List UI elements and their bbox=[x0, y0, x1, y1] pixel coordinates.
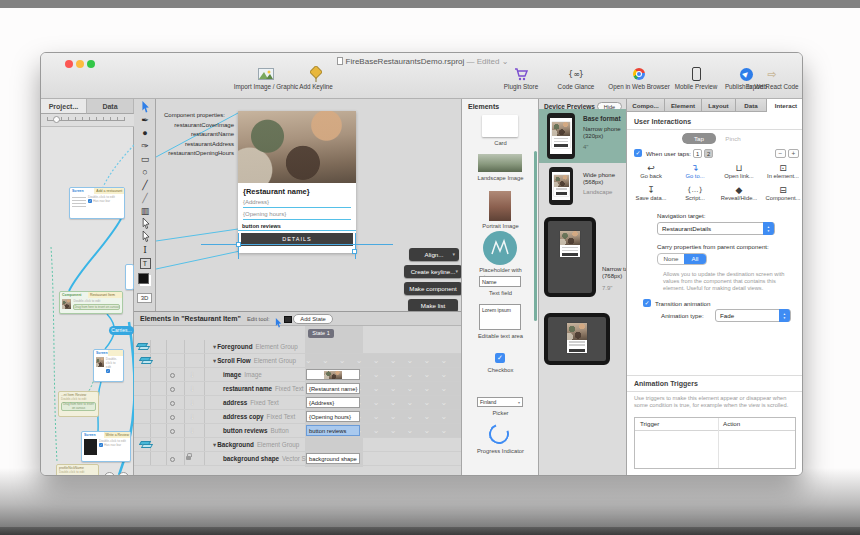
library-card[interactable] bbox=[482, 115, 518, 137]
device-wide-phone[interactable]: Wide phone (568px) Landscape bbox=[539, 165, 626, 207]
eye-icon[interactable] bbox=[170, 387, 175, 392]
make-list-button[interactable]: Make list bbox=[408, 299, 458, 311]
eye-icon[interactable] bbox=[170, 415, 175, 420]
tap-segment[interactable]: Tap bbox=[682, 133, 716, 144]
map-screen-partial[interactable] bbox=[125, 264, 134, 290]
library-text-field[interactable]: Name bbox=[479, 276, 521, 287]
blob-brush-tool[interactable]: ● bbox=[134, 127, 156, 139]
rectangle-tool[interactable]: ▭ bbox=[134, 153, 156, 165]
triggers-table[interactable]: Trigger Action bbox=[634, 417, 796, 469]
edit-cursor-icon[interactable] bbox=[274, 314, 282, 332]
nib-tool[interactable]: ✑ bbox=[134, 140, 156, 152]
card-reviews-button[interactable]: button reviews bbox=[238, 222, 356, 231]
eye-icon[interactable] bbox=[170, 401, 175, 406]
tab-data[interactable]: Data bbox=[87, 99, 134, 114]
tab-component[interactable]: Compo... bbox=[627, 99, 665, 112]
pinch-segment[interactable]: Pinch bbox=[716, 133, 750, 144]
library-scrollbar[interactable] bbox=[534, 151, 537, 321]
animation-type-select[interactable]: Fade ▴▾ bbox=[715, 309, 791, 322]
state-cell[interactable]: {Opening hours} bbox=[306, 411, 360, 422]
map-component-restaurant-item[interactable]: ComponentRestaurant Item Double-click to… bbox=[59, 291, 123, 314]
line-tool[interactable]: ╱ bbox=[134, 192, 156, 204]
device-narrow-phone[interactable]: Base format Narrow phone (320px) 4" bbox=[539, 109, 626, 163]
remove-interaction-button[interactable]: − bbox=[775, 149, 786, 158]
row-address[interactable]: ↓ addressFixed Text {Address} bbox=[134, 396, 461, 410]
action-reveal-hide[interactable]: ◆Reveal/Hide... bbox=[717, 185, 761, 201]
row-scroll-flow[interactable]: ▾Scroll FlowElement Group bbox=[134, 354, 461, 368]
align-button[interactable]: Align...▾ bbox=[409, 248, 459, 261]
library-checkbox[interactable]: ✓ bbox=[495, 353, 505, 363]
tap-count-1[interactable]: 1 bbox=[693, 149, 702, 158]
thick-line-tool[interactable]: ╱ bbox=[134, 179, 156, 191]
tab-interact[interactable]: Interact bbox=[767, 99, 803, 112]
row-background[interactable]: ▾BackgroundElement Group bbox=[134, 438, 461, 452]
library-portrait-image[interactable] bbox=[489, 191, 511, 221]
direct-select-tool[interactable] bbox=[134, 218, 156, 232]
add-interaction-button[interactable]: + bbox=[788, 149, 799, 158]
row-button-reviews[interactable]: ↓ button reviewsButton button reviews bbox=[134, 424, 461, 438]
state-cell-image[interactable] bbox=[306, 369, 360, 380]
eye-icon[interactable] bbox=[170, 429, 175, 434]
tab-layout[interactable]: Layout bbox=[702, 99, 736, 112]
map-zoom-slider[interactable] bbox=[41, 114, 134, 127]
transition-animation-checkbox[interactable]: ✓ bbox=[643, 299, 651, 307]
state-badge[interactable]: State 1 bbox=[308, 329, 334, 338]
state-cell[interactable]: {Restaurant name} bbox=[306, 383, 360, 394]
library-placeholder[interactable] bbox=[483, 231, 517, 265]
lock-icon[interactable] bbox=[186, 456, 191, 460]
slider-knob[interactable] bbox=[53, 116, 60, 123]
selection-handle[interactable] bbox=[236, 242, 241, 247]
device-tablet-landscape[interactable] bbox=[539, 309, 626, 379]
tab-project[interactable]: Project... bbox=[41, 99, 87, 114]
library-textarea[interactable]: Lorem ipsum bbox=[479, 304, 521, 330]
text-tool[interactable]: T bbox=[134, 257, 156, 269]
move-down-icon[interactable]: ↓ bbox=[190, 370, 194, 379]
tap-count-2[interactable]: 2 bbox=[704, 149, 713, 158]
gesture-segmented[interactable]: Tap Pinch bbox=[682, 133, 750, 144]
map-next-button[interactable]: › bbox=[118, 472, 129, 476]
map-screen-write-review[interactable]: ScreenWrite a Review Double-click to edi… bbox=[81, 431, 131, 462]
toolbar-add-keyline[interactable]: Add Keyline bbox=[289, 66, 343, 90]
3d-tool[interactable]: 3D bbox=[137, 293, 152, 303]
gradient-tool[interactable]: ▥ bbox=[134, 205, 156, 217]
library-landscape-image[interactable] bbox=[478, 154, 522, 172]
group-select-tool[interactable] bbox=[134, 231, 156, 245]
state-cell[interactable]: background shape bbox=[306, 453, 360, 464]
move-down-icon[interactable]: ↓ bbox=[190, 412, 194, 421]
row-foreground[interactable]: ▾ForegroundElement Group bbox=[134, 340, 461, 354]
pen-tool[interactable]: ✒ bbox=[134, 114, 156, 126]
action-go-to[interactable]: ↴Go to... bbox=[673, 163, 717, 179]
state-cell[interactable]: {Address} bbox=[306, 397, 360, 408]
when-user-taps-checkbox[interactable]: ✓ bbox=[634, 149, 642, 157]
restaurant-card[interactable]: {Restaurant name} {Address} {Opening hou… bbox=[238, 111, 356, 253]
action-component[interactable]: ⊟Component... bbox=[761, 185, 803, 201]
carry-properties-segmented[interactable]: None All bbox=[657, 253, 707, 265]
map-note-item-review[interactable]: ...nt Item Review Double-click to edit D… bbox=[58, 391, 99, 417]
eye-icon[interactable] bbox=[170, 457, 175, 462]
create-keyline-button[interactable]: Create keyline...▾ bbox=[404, 265, 461, 278]
action-save-data[interactable]: ↧Save data... bbox=[629, 185, 673, 201]
map-note-profile-nickname[interactable]: profileNickName Double-click to edit bbox=[56, 464, 99, 476]
marquee-tool-icon[interactable] bbox=[284, 316, 292, 323]
state-cell-selected[interactable]: button reviews bbox=[306, 425, 360, 436]
color-swatch[interactable] bbox=[138, 273, 149, 284]
text-cursor-tool[interactable]: I bbox=[134, 244, 156, 256]
move-down-icon[interactable]: ↓ bbox=[190, 426, 194, 435]
move-down-icon[interactable]: ↓ bbox=[190, 384, 194, 393]
toolbar-export-react[interactable]: ⇨ Export React Code bbox=[741, 66, 803, 90]
selection-handle[interactable] bbox=[352, 249, 357, 254]
library-progress-indicator[interactable] bbox=[486, 421, 513, 448]
move-down-icon[interactable]: ↓ bbox=[190, 398, 194, 407]
row-restaurant-name[interactable]: ↓ restaurant nameFixed Text {Restaurant … bbox=[134, 382, 461, 396]
row-address-copy[interactable]: ↓ address copyFixed Text {Opening hours} bbox=[134, 410, 461, 424]
ellipse-tool[interactable]: ○ bbox=[134, 166, 156, 178]
carry-none-segment[interactable]: None bbox=[658, 254, 684, 264]
action-open-link[interactable]: ⊔Open link... bbox=[717, 163, 761, 179]
map-prev-button[interactable]: ‹ bbox=[104, 472, 115, 476]
action-script[interactable]: {…}Script... bbox=[673, 185, 717, 201]
add-state-button[interactable]: Add State bbox=[293, 314, 333, 324]
tab-element[interactable]: Element bbox=[665, 99, 702, 112]
tab-data[interactable]: Data bbox=[736, 99, 767, 112]
row-background-shape[interactable]: background shapeVector Sh background sha… bbox=[134, 452, 461, 466]
make-component-button[interactable]: Make component bbox=[404, 282, 461, 295]
